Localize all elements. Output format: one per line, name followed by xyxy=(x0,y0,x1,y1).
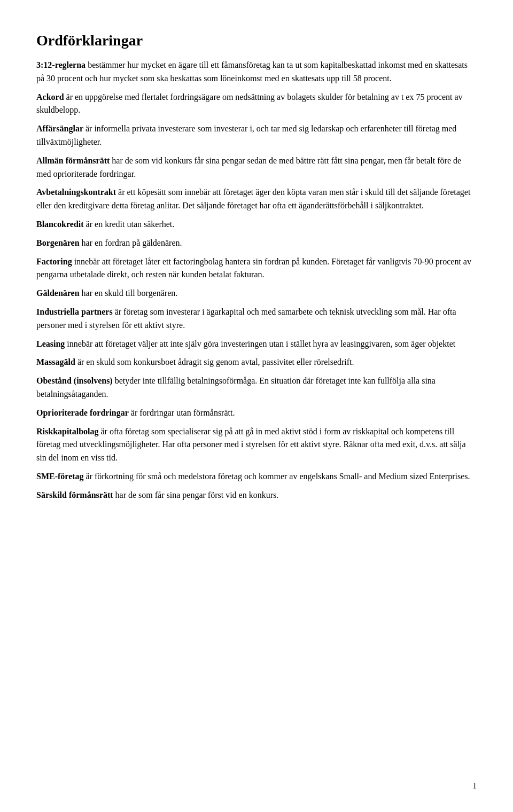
definition-term: Blancokredit xyxy=(36,220,84,229)
definition-term: Gäldenären xyxy=(36,288,80,298)
definition-term: Allmän förmånsrätt xyxy=(36,156,110,165)
definition-block: Blancokredit är en kredit utan säkerhet. xyxy=(36,218,477,231)
definition-term: Oprioriterade fordringar xyxy=(36,408,129,417)
definition-term: SME-företag xyxy=(36,472,84,481)
definition-block: Riskkapitalbolag är ofta företag som spe… xyxy=(36,425,477,465)
definition-term: Borgenären xyxy=(36,238,80,247)
definition-term: Industriella partners xyxy=(36,307,113,316)
definition-term: Ackord xyxy=(36,92,64,102)
definition-block: Oprioriterade fordringar är fordringar u… xyxy=(36,407,477,420)
definition-block: Särskild förmånsrätt har de som får sina… xyxy=(36,489,477,502)
definition-block: Leasing innebär att företaget väljer att… xyxy=(36,338,477,351)
definition-term: Massagäld xyxy=(36,357,75,366)
definition-block: Borgenären har en fordran på gäldenären. xyxy=(36,237,477,250)
definition-block: Massagäld är en skuld som konkursboet åd… xyxy=(36,356,477,369)
definition-term: Affärsänglar xyxy=(36,124,83,133)
definition-block: Ackord är en uppgörelse med flertalet fo… xyxy=(36,91,477,118)
definition-term: Riskkapitalbolag xyxy=(36,427,98,436)
definition-block: Industriella partners är företag som inv… xyxy=(36,306,477,332)
definition-block: 3:12-reglerna bestämmer hur mycket en äg… xyxy=(36,59,477,85)
definition-term: Leasing xyxy=(36,339,65,348)
definition-term: Särskild förmånsrätt xyxy=(36,490,113,499)
definition-block: Gäldenären har en skuld till borgenären. xyxy=(36,287,477,300)
page-number: 1 xyxy=(473,782,477,791)
definition-term: Avbetalningskontrakt xyxy=(36,188,116,197)
definition-term: Factoring xyxy=(36,257,72,266)
page: Ordförklaringar 3:12-reglerna bestämmer … xyxy=(0,0,513,812)
definition-block: Affärsänglar är informella privata inves… xyxy=(36,122,477,149)
definition-block: Allmän förmånsrätt har de som vid konkur… xyxy=(36,154,477,181)
definition-block: Avbetalningskontrakt är ett köpesätt som… xyxy=(36,186,477,213)
definition-block: SME-företag är förkortning för små och m… xyxy=(36,470,477,483)
definitions-container: 3:12-reglerna bestämmer hur mycket en äg… xyxy=(36,59,477,502)
definition-term: 3:12-reglerna xyxy=(36,60,86,69)
page-title: Ordförklaringar xyxy=(36,32,477,49)
definition-term: Obestånd (insolvens) xyxy=(36,376,113,385)
definition-block: Obestånd (insolvens) betyder inte tillfä… xyxy=(36,374,477,401)
definition-block: Factoring innebär att företaget låter et… xyxy=(36,255,477,282)
